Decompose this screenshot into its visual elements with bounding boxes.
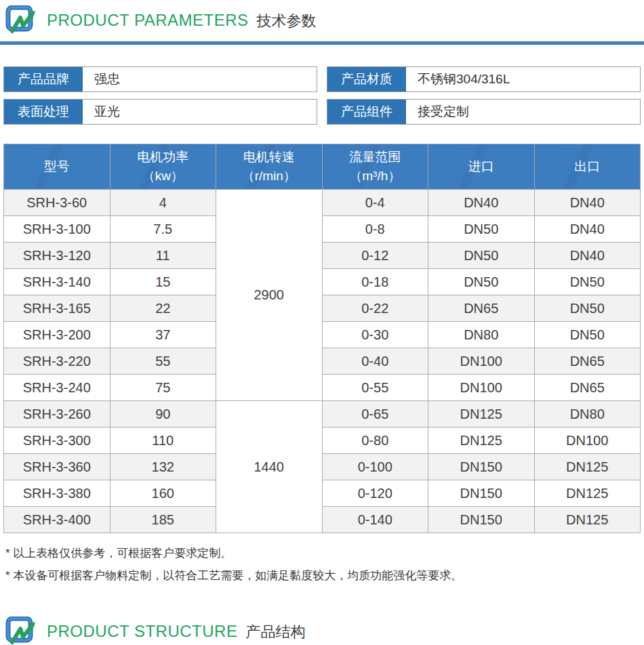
cell-inlet: DN150 bbox=[428, 454, 535, 480]
table-row: SRH-3-220 55 0-40 DN100 DN65 bbox=[4, 348, 641, 375]
table-row: SRH-3-100 7.5 0-8 DN50 DN40 bbox=[4, 216, 641, 243]
cell-inlet: DN125 bbox=[428, 401, 535, 428]
param-label: 产品品牌 bbox=[4, 67, 83, 91]
cell-power: 132 bbox=[110, 454, 216, 480]
col-header-outlet: 出口 bbox=[534, 144, 641, 190]
table-row: SRH-3-200 37 0-30 DN80 DN50 bbox=[4, 322, 641, 348]
section-title-zh: 产品结构 bbox=[245, 622, 305, 642]
cell-model: SRH-3-240 bbox=[4, 375, 110, 401]
cell-flow: 0-4 bbox=[322, 190, 428, 216]
col-header-inlet: 进口 bbox=[428, 144, 535, 190]
section-divider bbox=[0, 41, 644, 45]
col-header-flow: 流量范围（m³/h） bbox=[322, 144, 428, 190]
cell-power: 7.5 bbox=[110, 216, 216, 243]
cell-model: SRH-3-120 bbox=[4, 243, 110, 269]
section-title-en: PRODUCT STRUCTURE bbox=[47, 622, 237, 641]
cell-flow: 0-65 bbox=[322, 401, 428, 428]
cell-outlet: DN125 bbox=[534, 507, 641, 533]
cell-flow: 0-80 bbox=[322, 428, 428, 454]
cell-power: 55 bbox=[110, 348, 216, 375]
cell-inlet: DN40 bbox=[428, 190, 535, 216]
param-box-brand: 产品品牌 强忠 bbox=[3, 66, 317, 92]
table-row: SRH-3-380 160 0-120 DN150 DN125 bbox=[4, 480, 641, 507]
cell-model: SRH-3-165 bbox=[4, 295, 110, 322]
cell-flow: 0-140 bbox=[322, 507, 428, 533]
cell-outlet: DN40 bbox=[534, 243, 641, 269]
param-box-material: 产品材质 不锈钢304/316L bbox=[327, 66, 641, 92]
cell-flow: 0-120 bbox=[322, 480, 428, 507]
table-row: SRH-3-300 110 0-80 DN125 DN100 bbox=[4, 428, 641, 454]
cell-speed-group: 2900 bbox=[216, 190, 323, 401]
param-label: 产品组件 bbox=[327, 100, 406, 124]
param-box-surface: 表面处理 亚光 bbox=[3, 99, 317, 125]
cell-model: SRH-3-200 bbox=[4, 322, 110, 348]
cell-inlet: DN150 bbox=[428, 480, 535, 507]
cell-power: 22 bbox=[110, 295, 216, 322]
cell-model: SRH-3-380 bbox=[4, 480, 110, 507]
table-row: SRH-3-260 90 1440 0-65 DN125 DN80 bbox=[4, 401, 641, 428]
cell-model: SRH-3-400 bbox=[4, 507, 110, 533]
cell-flow: 0-40 bbox=[322, 348, 428, 375]
cell-flow: 0-18 bbox=[322, 269, 428, 295]
cell-inlet: DN100 bbox=[428, 375, 535, 401]
cell-outlet: DN65 bbox=[534, 348, 641, 375]
cell-power: 11 bbox=[110, 243, 216, 269]
brand-logo-icon bbox=[5, 5, 38, 37]
cell-model: SRH-3-300 bbox=[4, 428, 110, 454]
product-structure-header: PRODUCT STRUCTURE 产品结构 bbox=[0, 611, 644, 645]
footnote: * 以上表格仅供参考，可根据客户要求定制。 bbox=[5, 542, 644, 564]
cell-model: SRH-3-60 bbox=[4, 190, 110, 216]
cell-inlet: DN125 bbox=[428, 428, 535, 454]
param-value: 接受定制 bbox=[406, 100, 640, 124]
cell-outlet: DN65 bbox=[534, 375, 641, 401]
cell-flow: 0-12 bbox=[322, 243, 428, 269]
cell-flow: 0-30 bbox=[322, 322, 428, 348]
cell-outlet: DN100 bbox=[534, 428, 641, 454]
cell-outlet: DN125 bbox=[534, 454, 641, 480]
brand-logo-icon bbox=[5, 617, 38, 645]
cell-inlet: DN150 bbox=[428, 507, 535, 533]
spec-table-header-row: 型号 电机功率（kw） 电机转速（r/min） 流量范围（m³/h） 进口 出口 bbox=[4, 144, 641, 190]
cell-power: 75 bbox=[110, 375, 216, 401]
cell-power: 185 bbox=[110, 507, 216, 533]
section-title-en: PRODUCT PARAMETERS bbox=[47, 11, 248, 30]
cell-inlet: DN65 bbox=[428, 295, 535, 322]
cell-outlet: DN50 bbox=[534, 322, 641, 348]
cell-outlet: DN40 bbox=[534, 216, 641, 243]
cell-model: SRH-3-360 bbox=[4, 454, 110, 480]
table-row: SRH-3-165 22 0-22 DN65 DN50 bbox=[4, 295, 641, 322]
cell-inlet: DN50 bbox=[428, 269, 535, 295]
param-value: 强忠 bbox=[83, 67, 317, 91]
footnotes: * 以上表格仅供参考，可根据客户要求定制。 * 本设备可根据客户物料定制，以符合… bbox=[5, 542, 644, 587]
cell-inlet: DN50 bbox=[428, 243, 535, 269]
param-box-component: 产品组件 接受定制 bbox=[327, 99, 641, 125]
cell-power: 90 bbox=[110, 401, 216, 428]
cell-inlet: DN80 bbox=[428, 322, 535, 348]
spec-table: 型号 电机功率（kw） 电机转速（r/min） 流量范围（m³/h） 进口 出口… bbox=[3, 144, 641, 533]
cell-model: SRH-3-260 bbox=[4, 401, 110, 428]
param-label: 表面处理 bbox=[4, 100, 83, 124]
cell-outlet: DN50 bbox=[534, 295, 641, 322]
cell-inlet: DN50 bbox=[428, 216, 535, 243]
cell-power: 160 bbox=[110, 480, 216, 507]
table-row: SRH-3-120 11 0-12 DN50 DN40 bbox=[4, 243, 641, 269]
table-row: SRH-3-240 75 0-55 DN100 DN65 bbox=[4, 375, 641, 401]
col-header-power: 电机功率（kw） bbox=[110, 144, 216, 190]
product-attributes: 产品品牌 强忠 产品材质 不锈钢304/316L 表面处理 亚光 产品组件 接受… bbox=[3, 66, 641, 125]
product-parameters-header: PRODUCT PARAMETERS 技术参数 bbox=[0, 0, 644, 37]
table-row: SRH-3-60 4 2900 0-4 DN40 DN40 bbox=[4, 190, 641, 216]
cell-power: 110 bbox=[110, 428, 216, 454]
cell-flow: 0-55 bbox=[322, 375, 428, 401]
cell-power: 15 bbox=[110, 269, 216, 295]
footnote: * 本设备可根据客户物料定制，以符合工艺需要，如满足黏度较大，均质功能强化等要求… bbox=[5, 564, 644, 587]
table-row: SRH-3-360 132 0-100 DN150 DN125 bbox=[4, 454, 641, 480]
cell-flow: 0-8 bbox=[322, 216, 428, 243]
cell-flow: 0-22 bbox=[322, 295, 428, 322]
cell-outlet: DN80 bbox=[534, 401, 641, 428]
table-row: SRH-3-400 185 0-140 DN150 DN125 bbox=[4, 507, 641, 533]
cell-power: 37 bbox=[110, 322, 216, 348]
cell-power: 4 bbox=[110, 190, 216, 216]
col-header-model: 型号 bbox=[4, 144, 110, 190]
param-value: 不锈钢304/316L bbox=[406, 67, 640, 91]
cell-flow: 0-100 bbox=[322, 454, 428, 480]
